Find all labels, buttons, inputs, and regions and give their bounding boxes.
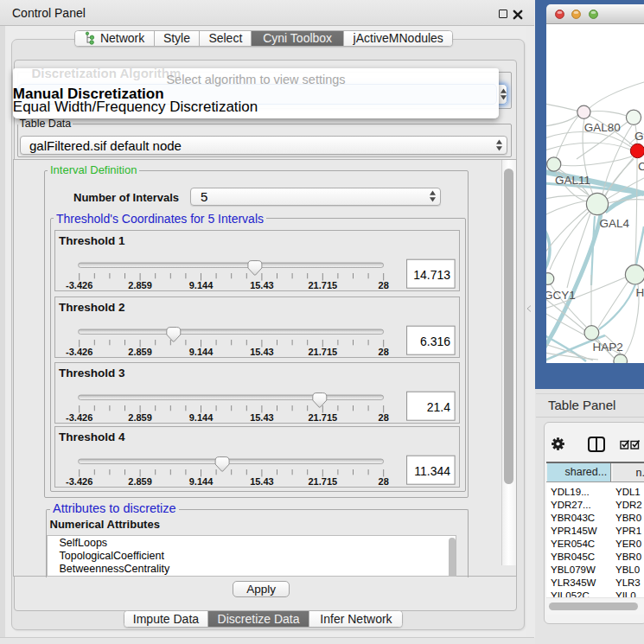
svg-text:GCY1: GCY1 [546, 289, 576, 302]
svg-text:HAP2: HAP2 [593, 341, 623, 354]
svg-text:21.715: 21.715 [308, 280, 337, 290]
svg-text:6.316: 6.316 [420, 335, 450, 348]
svg-text:Threshold 4: Threshold 4 [59, 430, 125, 443]
svg-text:GAL4: GAL4 [600, 217, 630, 230]
svg-text:21.715: 21.715 [308, 411, 337, 422]
svg-text:15.43: 15.43 [250, 411, 274, 422]
svg-text:-3.426: -3.426 [66, 475, 92, 486]
svg-text:G.: G. [634, 130, 644, 143]
svg-text:Threshold 3: Threshold 3 [59, 367, 125, 379]
svg-text:15.43: 15.43 [250, 347, 274, 357]
svg-text:9.144: 9.144 [189, 411, 214, 422]
svg-text:9.144: 9.144 [189, 347, 214, 357]
svg-text:28: 28 [378, 411, 388, 422]
svg-text:14.713: 14.713 [413, 268, 450, 282]
svg-text:15.43: 15.43 [250, 280, 274, 290]
svg-text:Threshold 1: Threshold 1 [59, 234, 125, 247]
svg-text:28: 28 [378, 280, 388, 290]
svg-text:2.859: 2.859 [128, 280, 152, 290]
svg-text:28: 28 [378, 475, 388, 486]
svg-text:GAL80: GAL80 [584, 121, 621, 134]
svg-text:H: H [636, 286, 644, 299]
svg-text:15.43: 15.43 [250, 475, 274, 486]
svg-text:GAL11: GAL11 [555, 174, 590, 187]
svg-text:2.859: 2.859 [128, 347, 152, 357]
svg-text:21.715: 21.715 [308, 475, 337, 486]
svg-text:9.144: 9.144 [189, 280, 214, 290]
svg-text:28: 28 [378, 347, 388, 357]
svg-text:2.859: 2.859 [128, 411, 152, 422]
svg-text:21.4: 21.4 [427, 400, 450, 414]
svg-text:9.144: 9.144 [189, 475, 214, 486]
svg-text:C: C [638, 160, 644, 173]
svg-text:2.859: 2.859 [128, 475, 152, 486]
svg-text:11.344: 11.344 [414, 464, 450, 478]
svg-text:Threshold 2: Threshold 2 [59, 301, 125, 314]
svg-text:-3.426: -3.426 [66, 347, 92, 357]
svg-text:21.715: 21.715 [308, 347, 337, 357]
svg-text:-3.426: -3.426 [66, 280, 92, 290]
svg-text:-3.426: -3.426 [66, 411, 92, 422]
